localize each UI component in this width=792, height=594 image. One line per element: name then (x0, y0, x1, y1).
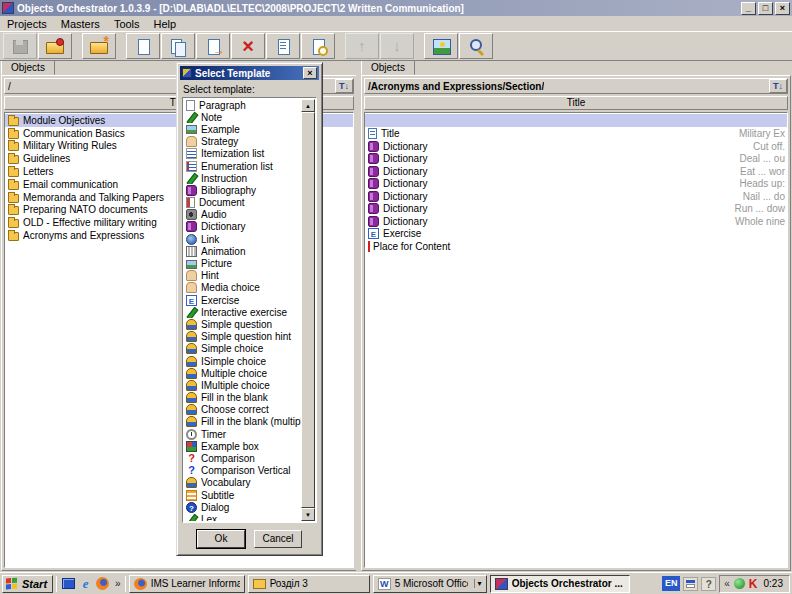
close-button[interactable]: × (775, 2, 790, 15)
move-down-button[interactable] (380, 33, 414, 59)
tab-objects-right[interactable]: Objects (361, 59, 415, 75)
scroll-down-button[interactable] (301, 508, 315, 521)
search-button[interactable] (459, 33, 493, 59)
template-item[interactable]: Paragraph (184, 99, 301, 111)
scroll-thumb[interactable] (301, 112, 315, 508)
template-item[interactable]: Instruction (184, 172, 301, 184)
help-tray-icon[interactable]: ? (701, 577, 716, 591)
dialog-title-bar: Select Template × (180, 66, 319, 80)
window-tray-icon[interactable] (683, 577, 698, 591)
copy-document-button[interactable] (161, 33, 195, 59)
template-item[interactable]: Hint (184, 270, 301, 282)
template-item[interactable]: Itemization list (184, 148, 301, 160)
template-item[interactable]: Subtitle (184, 489, 301, 501)
list-item[interactable]: Place for Content (365, 240, 787, 253)
template-item[interactable]: Lex (184, 513, 301, 521)
task-button-firefox[interactable]: IMS Learner Information ... (129, 575, 245, 593)
restore-button[interactable]: □ (758, 2, 773, 15)
dialog-close-button[interactable]: × (303, 67, 317, 79)
template-item[interactable]: Choose correct (184, 404, 301, 416)
template-item[interactable]: Vocabulary (184, 477, 301, 489)
dropdown-arrow-icon[interactable]: ▾ (474, 579, 482, 588)
internet-explorer-launcher[interactable]: e (77, 576, 94, 592)
delete-button[interactable] (231, 33, 265, 59)
right-column-header[interactable]: Title (364, 96, 788, 110)
new-folder-button[interactable] (82, 33, 116, 59)
scrollbar[interactable] (301, 99, 315, 521)
template-item[interactable]: Simple question (184, 318, 301, 330)
list-item[interactable]: DictionaryNail ... do (365, 190, 787, 203)
task-button-folder[interactable]: Розділ 3 (248, 575, 370, 593)
template-item[interactable]: Bibliography (184, 184, 301, 196)
template-item[interactable]: Simple question hint (184, 331, 301, 343)
template-item[interactable]: Note (184, 111, 301, 123)
left-sort-button[interactable] (335, 79, 353, 93)
menu-tools[interactable]: Tools (107, 18, 147, 30)
list-item[interactable]: Exercise (365, 228, 787, 241)
task-button-word[interactable]: W5 Microsoft Office Word▾ (373, 575, 487, 593)
item-right-text: Nail ... do (743, 191, 787, 202)
template-item[interactable]: Exercise (184, 294, 301, 306)
template-item[interactable]: Dictionary (184, 221, 301, 233)
green-tray-icon[interactable] (734, 578, 745, 589)
edit-document-button[interactable] (266, 33, 300, 59)
find-document-button[interactable] (301, 33, 335, 59)
template-item[interactable]: Timer (184, 428, 301, 440)
language-indicator[interactable]: EN (662, 576, 680, 591)
template-item[interactable]: Document (184, 197, 301, 209)
list-item[interactable]: TitleMilitary Ex (365, 128, 787, 141)
preview-image-button[interactable] (424, 33, 458, 59)
save-button[interactable] (3, 33, 37, 59)
template-item[interactable]: Comparison Vertical (184, 465, 301, 477)
minimize-button[interactable]: _ (741, 2, 756, 15)
show-desktop-launcher[interactable] (60, 576, 77, 592)
tab-objects-left[interactable]: Objects (1, 59, 55, 75)
right-sort-button[interactable] (769, 79, 787, 93)
menu-help[interactable]: Help (147, 18, 184, 30)
menu-masters[interactable]: Masters (54, 18, 107, 30)
folder-new-icon (89, 38, 109, 55)
template-item[interactable]: Link (184, 233, 301, 245)
template-item[interactable]: Strategy (184, 136, 301, 148)
start-button[interactable]: Start (2, 575, 53, 593)
template-item[interactable]: Fill in the blank (multiple) (184, 416, 301, 428)
template-item[interactable]: ISimple choice (184, 355, 301, 367)
template-item[interactable]: Picture (184, 257, 301, 269)
task-button-label: Objects Orchestrator ... (512, 578, 625, 589)
template-item[interactable]: Animation (184, 245, 301, 257)
selected-empty-row[interactable] (365, 114, 787, 127)
list-item[interactable]: DictionaryWhole nine (365, 215, 787, 228)
template-item[interactable]: Example (184, 123, 301, 135)
new-document-button[interactable] (126, 33, 160, 59)
template-item[interactable]: Multiple choice (184, 367, 301, 379)
template-item[interactable]: Simple choice (184, 343, 301, 355)
ok-button[interactable]: Ok (197, 530, 245, 548)
menu-projects[interactable]: Projects (0, 18, 54, 30)
list-item[interactable]: DictionaryDeal ... ou (365, 153, 787, 166)
template-item[interactable]: Dialog (184, 501, 301, 513)
cancel-button[interactable]: Cancel (254, 530, 302, 548)
folder-icon (8, 232, 19, 241)
list-item[interactable]: DictionaryCut off. (365, 140, 787, 153)
document-icon (186, 197, 195, 208)
firefox-launcher[interactable] (94, 576, 111, 592)
list-item[interactable]: DictionaryEat ... wor (365, 165, 787, 178)
template-item[interactable]: IMultiple choice (184, 379, 301, 391)
export-document-button[interactable] (196, 33, 230, 59)
tray-chevron[interactable]: « (724, 578, 730, 589)
move-up-button[interactable] (345, 33, 379, 59)
template-item[interactable]: Media choice (184, 282, 301, 294)
template-item[interactable]: Interactive exercise (184, 306, 301, 318)
open-project-button[interactable] (38, 33, 72, 59)
template-item[interactable]: Audio (184, 209, 301, 221)
template-item[interactable]: Example box (184, 440, 301, 452)
antivirus-tray-icon[interactable]: K (749, 578, 758, 590)
template-item[interactable]: Fill in the blank (184, 392, 301, 404)
quick-launch-overflow[interactable]: » (114, 578, 122, 589)
template-item[interactable]: Enumeration list (184, 160, 301, 172)
scroll-up-button[interactable] (301, 99, 315, 112)
list-item[interactable]: DictionaryRun ... dow (365, 203, 787, 216)
template-item[interactable]: Comparison (184, 452, 301, 464)
list-item[interactable]: DictionaryHeads up: (365, 178, 787, 191)
task-button-app[interactable]: Objects Orchestrator ... (490, 575, 630, 593)
